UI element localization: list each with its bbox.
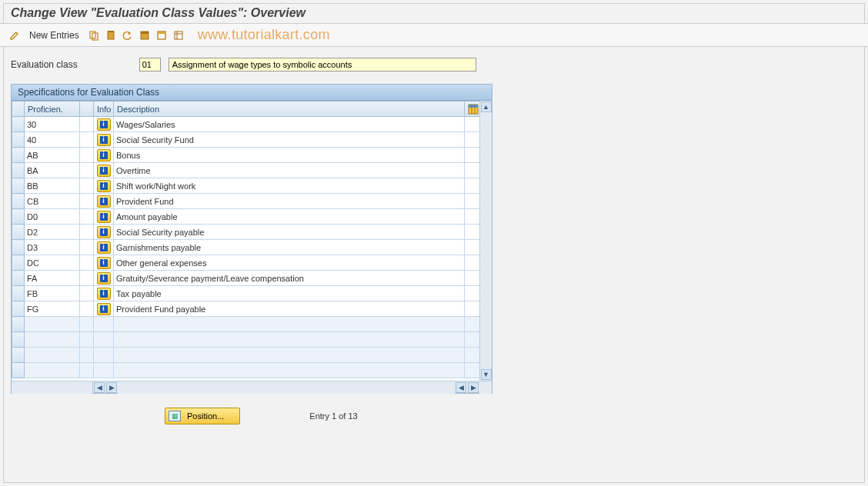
cell-info[interactable]: i bbox=[94, 132, 114, 148]
cell-description[interactable]: Shift work/Night work bbox=[114, 178, 465, 194]
cell-description[interactable]: Social Security Fund bbox=[114, 132, 465, 148]
info-icon[interactable]: i bbox=[97, 180, 111, 192]
evaluation-class-code-input[interactable] bbox=[139, 58, 161, 72]
cell-blank bbox=[80, 194, 94, 209]
panel-header: Specifications for Evaluation Class bbox=[12, 85, 492, 101]
row-selector[interactable] bbox=[12, 301, 25, 317]
info-icon[interactable]: i bbox=[97, 211, 111, 223]
cell-info[interactable]: i bbox=[94, 286, 114, 301]
scroll-up-icon[interactable]: ▲ bbox=[481, 102, 492, 112]
info-icon[interactable]: i bbox=[97, 288, 111, 300]
info-icon[interactable]: i bbox=[97, 241, 111, 254]
row-selector[interactable] bbox=[12, 225, 25, 240]
cell-info[interactable]: i bbox=[94, 225, 114, 240]
cell-info[interactable]: i bbox=[94, 194, 114, 209]
horizontal-scrollbar[interactable]: ◀ ▶ ◀ ▶ bbox=[12, 381, 492, 393]
cell-description[interactable]: Provident Fund bbox=[114, 194, 465, 209]
cell-info[interactable]: i bbox=[94, 240, 114, 255]
scroll-left-end-icon[interactable]: ◀ bbox=[456, 382, 466, 393]
info-icon[interactable]: i bbox=[97, 149, 111, 161]
cell-info[interactable]: i bbox=[94, 255, 114, 271]
select-all-icon[interactable] bbox=[138, 28, 152, 42]
cell-proficiency[interactable]: CB bbox=[25, 194, 80, 209]
scroll-down-icon[interactable]: ▼ bbox=[481, 369, 492, 380]
cell-proficiency[interactable]: BB bbox=[25, 178, 80, 194]
new-entries-button[interactable]: New Entries bbox=[25, 28, 84, 42]
cell-description[interactable]: Provident Fund payable bbox=[114, 301, 465, 317]
cell-description[interactable]: Garnishments payable bbox=[114, 240, 465, 255]
evaluation-class-desc-input[interactable] bbox=[169, 58, 476, 72]
cell-description[interactable]: Tax payable bbox=[114, 286, 465, 301]
col-description[interactable]: Description bbox=[114, 102, 465, 117]
cell-trailing bbox=[465, 132, 480, 148]
row-selector[interactable] bbox=[12, 317, 25, 332]
cell-description[interactable]: Amount payable bbox=[114, 209, 465, 225]
col-info[interactable]: Info bbox=[94, 102, 114, 117]
row-selector[interactable] bbox=[12, 148, 25, 163]
cell-proficiency[interactable]: D0 bbox=[25, 209, 80, 225]
info-icon[interactable]: i bbox=[97, 272, 111, 285]
cell-description[interactable]: Gratuity/Severance payment/Leave compens… bbox=[114, 271, 465, 286]
cell-info[interactable]: i bbox=[94, 301, 114, 317]
row-selector[interactable] bbox=[12, 178, 25, 194]
cell-info[interactable]: i bbox=[94, 178, 114, 194]
svg-rect-7 bbox=[158, 32, 165, 34]
row-selector[interactable] bbox=[12, 271, 25, 286]
info-icon[interactable]: i bbox=[97, 257, 111, 269]
cell-info[interactable]: i bbox=[94, 117, 114, 132]
row-selector[interactable] bbox=[12, 363, 25, 378]
info-icon[interactable]: i bbox=[97, 118, 111, 131]
row-selector[interactable] bbox=[12, 194, 25, 209]
scroll-left-icon[interactable]: ◀ bbox=[94, 382, 105, 393]
cell-info[interactable]: i bbox=[94, 148, 114, 163]
cell-info[interactable]: i bbox=[94, 271, 114, 286]
copy-as-icon[interactable] bbox=[87, 28, 101, 42]
row-selector[interactable] bbox=[12, 255, 25, 271]
cell-blank bbox=[80, 301, 94, 317]
cell-info[interactable]: i bbox=[94, 209, 114, 225]
info-icon[interactable]: i bbox=[97, 134, 111, 146]
cell-proficiency[interactable]: 30 bbox=[25, 117, 80, 132]
cell-proficiency[interactable]: D2 bbox=[25, 225, 80, 240]
cell-proficiency[interactable]: DC bbox=[25, 255, 80, 271]
scroll-right-icon[interactable]: ▶ bbox=[106, 382, 117, 393]
info-icon[interactable]: i bbox=[97, 226, 111, 238]
scroll-right-end-icon[interactable]: ▶ bbox=[468, 382, 479, 393]
row-selector[interactable] bbox=[12, 132, 25, 148]
delete-icon[interactable] bbox=[104, 28, 118, 42]
row-selector[interactable] bbox=[12, 332, 25, 348]
cell-info[interactable]: i bbox=[94, 163, 114, 178]
select-all-header[interactable] bbox=[12, 102, 25, 117]
row-selector[interactable] bbox=[12, 240, 25, 255]
page-title: Change View "Evaluation Class Values": O… bbox=[0, 0, 868, 24]
cell-proficiency[interactable]: AB bbox=[25, 148, 80, 163]
info-icon[interactable]: i bbox=[97, 165, 111, 177]
info-icon[interactable]: i bbox=[97, 195, 111, 208]
position-button[interactable]: ▦ Position... bbox=[165, 408, 240, 424]
row-selector[interactable] bbox=[12, 286, 25, 301]
deselect-all-icon[interactable] bbox=[155, 28, 169, 42]
row-selector[interactable] bbox=[12, 209, 25, 225]
cell-description[interactable]: Other general expenses bbox=[114, 255, 465, 271]
col-proficiency[interactable]: Proficien. bbox=[25, 102, 80, 117]
table-settings-icon[interactable] bbox=[172, 28, 185, 42]
row-selector[interactable] bbox=[12, 163, 25, 178]
toggle-change-icon[interactable] bbox=[8, 28, 22, 42]
cell-blank bbox=[80, 255, 94, 271]
cell-description[interactable]: Wages/Salaries bbox=[114, 117, 465, 132]
table-config-icon[interactable] bbox=[465, 102, 480, 117]
row-selector[interactable] bbox=[12, 348, 25, 363]
undo-icon[interactable] bbox=[121, 28, 135, 42]
cell-description[interactable]: Social Security payable bbox=[114, 225, 465, 240]
cell-proficiency[interactable]: FG bbox=[25, 301, 80, 317]
cell-proficiency[interactable]: 40 bbox=[25, 132, 80, 148]
info-icon[interactable]: i bbox=[97, 303, 111, 315]
row-selector[interactable] bbox=[12, 117, 25, 132]
cell-proficiency[interactable]: BA bbox=[25, 163, 80, 178]
vertical-scrollbar[interactable]: ▲ ▼ bbox=[479, 101, 492, 381]
cell-proficiency[interactable]: FA bbox=[25, 271, 80, 286]
cell-description[interactable]: Overtime bbox=[114, 163, 465, 178]
cell-proficiency[interactable]: FB bbox=[25, 286, 80, 301]
cell-proficiency[interactable]: D3 bbox=[25, 240, 80, 255]
cell-description[interactable]: Bonus bbox=[114, 148, 465, 163]
